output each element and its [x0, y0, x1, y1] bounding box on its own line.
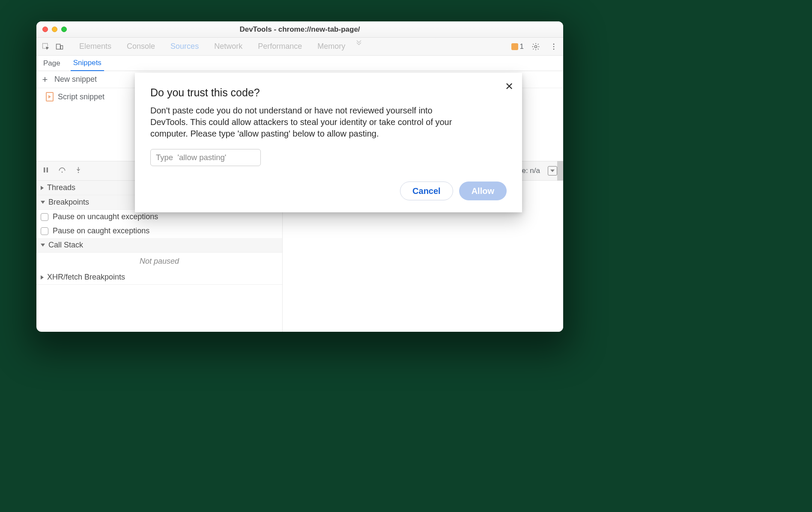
- issues-icon: [511, 43, 518, 50]
- pause-uncaught-label: Pause on uncaught exceptions: [53, 212, 158, 221]
- checkbox-caught[interactable]: [41, 227, 48, 235]
- allow-pasting-input[interactable]: [150, 149, 261, 166]
- devtools-window: DevTools - chrome://new-tab-page/ Elemen…: [36, 21, 563, 332]
- svg-point-10: [78, 172, 79, 173]
- subtab-page[interactable]: Page: [41, 56, 63, 71]
- svg-rect-8: [47, 167, 48, 173]
- step-over-icon[interactable]: [58, 166, 66, 176]
- inspect-element-icon[interactable]: [40, 41, 52, 53]
- coverage-dropdown-icon[interactable]: [548, 166, 557, 176]
- pause-icon[interactable]: [42, 166, 50, 176]
- section-xhr[interactable]: XHR/fetch Breakpoints: [36, 270, 282, 285]
- issues-badge[interactable]: 1: [511, 42, 524, 51]
- tab-sources[interactable]: Sources: [163, 38, 206, 56]
- new-snippet-label: New snippet: [54, 75, 97, 84]
- tab-elements[interactable]: Elements: [72, 38, 119, 56]
- tab-memory[interactable]: Memory: [310, 38, 353, 56]
- more-tabs-icon[interactable]: [353, 38, 365, 50]
- dialog-close-icon[interactable]: ✕: [505, 80, 513, 92]
- svg-point-4: [553, 43, 555, 45]
- subtab-snippets[interactable]: Snippets: [71, 56, 104, 71]
- step-into-icon[interactable]: [74, 166, 83, 176]
- tab-console[interactable]: Console: [119, 38, 163, 56]
- svg-point-5: [553, 46, 555, 47]
- svg-rect-1: [57, 44, 60, 49]
- section-breakpoints-label: Breakpoints: [48, 198, 89, 207]
- window-title: DevTools - chrome://new-tab-page/: [36, 25, 563, 34]
- titlebar: DevTools - chrome://new-tab-page/: [36, 21, 563, 38]
- snippet-file-label: Script snippet: [58, 92, 104, 101]
- sources-subtoolbar: Page Snippets: [36, 56, 563, 71]
- chevron-right-icon: [41, 275, 44, 280]
- chevron-down-icon: [41, 201, 45, 204]
- panel-tabs: Elements Console Sources Network Perform…: [72, 38, 510, 56]
- settings-gear-icon[interactable]: [530, 41, 542, 53]
- chevron-down-icon: [41, 244, 45, 247]
- dialog-buttons: Cancel Allow: [150, 182, 507, 200]
- checkbox-uncaught[interactable]: [41, 213, 48, 221]
- svg-rect-2: [61, 45, 63, 49]
- tab-performance[interactable]: Performance: [250, 38, 310, 56]
- snippet-file-icon: [46, 92, 54, 101]
- issues-count: 1: [520, 42, 524, 51]
- pause-caught-label: Pause on caught exceptions: [53, 226, 149, 235]
- section-callstack-label: Call Stack: [48, 241, 83, 250]
- svg-point-3: [534, 45, 537, 48]
- section-callstack[interactable]: Call Stack: [36, 238, 282, 253]
- allow-button[interactable]: Allow: [459, 182, 507, 200]
- cancel-button[interactable]: Cancel: [400, 182, 453, 200]
- chevron-right-icon: [41, 186, 44, 190]
- callstack-not-paused: Not paused: [36, 253, 282, 270]
- tab-network[interactable]: Network: [206, 38, 250, 56]
- section-xhr-label: XHR/fetch Breakpoints: [47, 273, 125, 282]
- devtools-toolbar: Elements Console Sources Network Perform…: [36, 38, 563, 56]
- svg-point-9: [62, 172, 63, 173]
- svg-rect-7: [44, 167, 45, 173]
- plus-icon: +: [41, 75, 49, 84]
- dialog-body: Don't paste code you do not understand o…: [150, 105, 467, 140]
- trust-code-dialog: ✕ Do you trust this code? Don't paste co…: [135, 73, 522, 212]
- device-toolbar-icon[interactable]: [54, 41, 66, 53]
- section-threads-label: Threads: [47, 183, 75, 192]
- kebab-menu-icon[interactable]: [548, 41, 560, 53]
- dialog-title: Do you trust this code?: [150, 86, 507, 99]
- pause-caught-row[interactable]: Pause on caught exceptions: [36, 224, 282, 238]
- svg-point-6: [553, 48, 555, 50]
